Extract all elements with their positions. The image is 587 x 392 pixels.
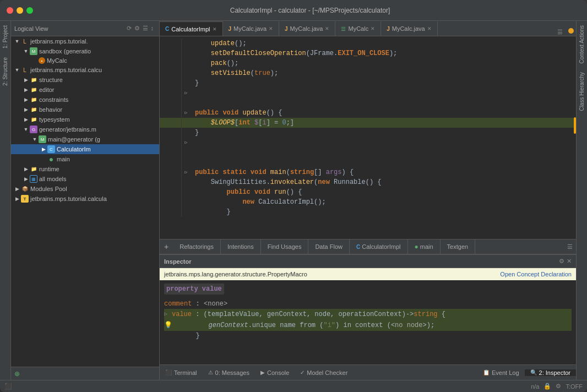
line-gutter: [160, 39, 182, 48]
line-code: $LOOP$[int $[i] = 0;]: [191, 118, 294, 128]
btab-calcimpl[interactable]: C CalculatorImpl: [350, 239, 408, 254]
messages-icon: ⚠: [208, 369, 213, 375]
line-code: public static void main(string[] args) {: [191, 167, 354, 177]
tree-item-mycalc[interactable]: ▶ • MyCalc: [11, 56, 159, 65]
tool-tab-inspector[interactable]: 🔍 2: Inspector: [525, 369, 576, 376]
tree-item-sandbox[interactable]: ▼ M sandbox (generatio: [11, 46, 159, 56]
tree-item-editor[interactable]: ▶ 📁 editor: [11, 85, 159, 95]
editor-tab-mycalc3[interactable]: ☰ MyCalc ✕: [335, 21, 381, 36]
tool-tab-console[interactable]: ▶ Console: [255, 365, 295, 380]
btab-intentions[interactable]: Intentions: [221, 239, 261, 254]
folder-icon: 📁: [30, 106, 37, 113]
settings-icon[interactable]: ☰: [143, 25, 148, 32]
gutter-icon: [182, 118, 191, 128]
tab-close[interactable]: ✕: [371, 26, 375, 31]
gutter-icon: [182, 177, 191, 187]
btab-refactorings[interactable]: Refactorings: [173, 239, 221, 254]
tree-label: main@generator (g: [48, 136, 100, 143]
code-editor[interactable]: update(); setDefaultCloseOperation(JFram…: [160, 36, 576, 239]
add-module-btn[interactable]: ⊕: [14, 370, 20, 378]
tree-item-calcimpl[interactable]: ▶ C CalculatorIm: [11, 144, 159, 154]
tree-item-typesystem[interactable]: ▶ 📁 typesystem: [11, 115, 159, 124]
vtab-class-hierarchy[interactable]: Class Hierarchy: [577, 68, 586, 116]
gutter-icon: [182, 78, 191, 88]
tree-item-jb-mps-2[interactable]: ▼ L jetbrains.mps.tutorial.calcu: [11, 65, 159, 75]
bottom-tool-tabs: ⬛ Terminal ⚠ 0: Messages ▶ Console ✓ Mod…: [160, 364, 576, 380]
code-line: setVisible(true);: [160, 68, 576, 78]
sort-icon[interactable]: ↕: [151, 25, 154, 32]
tree-item-modules-pool[interactable]: ▶ 📦 Modules Pool: [11, 184, 159, 194]
code-line: new CalculatorImpl();: [160, 197, 576, 207]
close-button[interactable]: [7, 7, 13, 14]
tree-item-behavior[interactable]: ▶ 📁 behavior: [11, 105, 159, 115]
tree-item-main-gen[interactable]: ▼ M main@generator (g: [11, 134, 159, 144]
vtab-context-actions[interactable]: Context Actions: [577, 21, 586, 68]
tab-icon-c: C: [165, 26, 169, 32]
btabs-overflow[interactable]: ☰: [567, 243, 573, 251]
tree-label: editor: [39, 86, 55, 93]
btab-dataflow[interactable]: Data Flow: [308, 239, 350, 254]
sidebar-bottom-bar: ⊕: [11, 367, 159, 380]
tree-item-structure[interactable]: ▶ 📁 structure: [11, 75, 159, 85]
tree-arrow: ▼: [31, 137, 39, 142]
status-lock[interactable]: 🔒: [543, 383, 551, 390]
status-settings[interactable]: ⚙: [556, 383, 561, 390]
tab-close[interactable]: ✕: [325, 26, 329, 31]
tree-item-constraints[interactable]: ▶ 📁 constraints: [11, 95, 159, 105]
tree-arrow: ▶: [40, 156, 47, 162]
line-gutter: [160, 118, 182, 128]
gutter-icon: ▷: [182, 167, 191, 177]
tab-icon-j1: J: [229, 26, 232, 32]
folder-icon: 📁: [30, 116, 37, 123]
tool-tab-eventlog[interactable]: 📋 Event Log: [477, 369, 525, 376]
tab-close[interactable]: ✕: [427, 26, 432, 31]
tab-close[interactable]: ✕: [213, 26, 217, 32]
inspector-close-icon[interactable]: ✕: [567, 258, 572, 265]
open-concept-link[interactable]: Open Concept Declaration: [500, 271, 572, 277]
btab-textgen[interactable]: Textgen: [441, 239, 476, 254]
editor-tab-calcimpl[interactable]: C CalculatorImpl ✕: [160, 21, 223, 36]
line-gutter: [160, 187, 182, 197]
line-gutter: [160, 197, 182, 207]
status-left: ⬛: [4, 383, 12, 390]
line-gutter: [160, 58, 182, 68]
tree-item-allmodels[interactable]: ▶ ▦ all models: [11, 174, 159, 184]
tool-tab-messages[interactable]: ⚠ 0: Messages: [203, 365, 255, 380]
btab-findusages[interactable]: Find Usages: [261, 239, 309, 254]
code-line-highlighted: $LOOP$[int $[i] = 0;]: [160, 118, 576, 128]
maximize-button[interactable]: [26, 7, 33, 14]
tool-tab-terminal[interactable]: ⬛ Terminal: [160, 365, 203, 380]
gear-icon[interactable]: ⚙: [134, 25, 140, 32]
tool-tab-modelchecker[interactable]: ✓ Model Checker: [295, 365, 353, 380]
eventlog-icon: 📋: [483, 369, 490, 375]
vtab-project[interactable]: 1: Project: [1, 21, 10, 53]
status-square[interactable]: ⬛: [4, 383, 12, 390]
code-line: }: [160, 207, 576, 217]
editor-tab-mycalc4[interactable]: J MyCalc.java ✕: [381, 21, 437, 36]
tree-item-generator[interactable]: ▼ G generator/jetbrains.m: [11, 124, 159, 134]
minimize-button[interactable]: [17, 7, 23, 14]
editor-tab-mycalc1[interactable]: J MyCalc.java ✕: [223, 21, 279, 36]
inspector-gear-icon[interactable]: ⚙: [559, 258, 564, 265]
folder-icon: 📁: [30, 96, 37, 104]
insp-closing-line: }: [164, 331, 572, 341]
right-panel-tabs: Context Actions Class Hierarchy: [576, 21, 587, 380]
vtab-structure[interactable]: 2: Structure: [1, 53, 10, 90]
btab-main[interactable]: ● main: [408, 239, 441, 254]
line-code: public void run() {: [191, 187, 302, 197]
tree-item-jb-mps-1[interactable]: ▼ L jetbrains.mps.tutorial.: [11, 36, 159, 46]
tree-item-runtime[interactable]: ▶ 📁 runtime: [11, 164, 159, 174]
editor-tab-mycalc2[interactable]: J MyCalc.java ✕: [279, 21, 335, 36]
gutter-icon: [182, 207, 191, 217]
status-right: n/a 🔒 ⚙ T:OFF: [531, 383, 583, 390]
sync-icon[interactable]: ⟳: [127, 25, 132, 32]
tabs-overflow[interactable]: ☰: [554, 29, 566, 36]
tree-item-main[interactable]: ▶ ● main: [11, 154, 159, 164]
gutter-icon: [182, 187, 191, 197]
tree-item-jb-calcula[interactable]: ▶ T jetbrains.mps.tutorial.calcula: [11, 194, 159, 204]
add-tab-button[interactable]: +: [160, 242, 173, 251]
status-toff[interactable]: T:OFF: [566, 383, 583, 390]
tab-close[interactable]: ✕: [269, 26, 273, 31]
gutter-icon: [182, 197, 191, 207]
gutter-icon: [182, 58, 191, 68]
